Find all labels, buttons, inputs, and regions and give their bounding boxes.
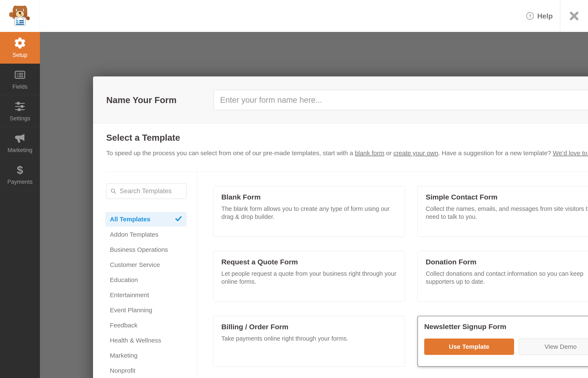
- category-all-templates[interactable]: All Templates: [105, 212, 187, 227]
- column-divider: [197, 172, 197, 378]
- sidebar-item-fields[interactable]: Fields: [0, 64, 40, 95]
- category-label: Marketing: [110, 352, 137, 359]
- setup-panel: Name Your Form Select a Template To spee…: [93, 76, 588, 378]
- category-education[interactable]: Education: [105, 272, 187, 287]
- help-question-icon: ?: [526, 12, 534, 20]
- description-text: . Have a suggestion for a new template?: [438, 149, 553, 156]
- sidebar-item-setup[interactable]: Setup: [0, 32, 40, 64]
- template-card-description: The blank form allows you to create any …: [221, 205, 397, 221]
- template-search-input[interactable]: [119, 187, 183, 195]
- sidebar-item-payments[interactable]: $Payments: [0, 159, 40, 190]
- template-card-title: Donation Form: [426, 257, 588, 266]
- select-template-description: To speed up the process you can select f…: [106, 149, 588, 157]
- sidebar-item-settings[interactable]: Settings: [0, 95, 40, 127]
- template-card-title: Newsletter Signup Form: [424, 322, 588, 331]
- template-card-blank-form[interactable]: Blank FormThe blank form allows you to c…: [213, 186, 405, 237]
- check-icon: [175, 215, 182, 223]
- template-category-list: All TemplatesAddon TemplatesBusiness Ope…: [105, 212, 187, 378]
- category-health-wellness[interactable]: Health & Wellness: [105, 333, 187, 348]
- category-label: Education: [110, 276, 138, 284]
- form-name-input[interactable]: [214, 90, 588, 110]
- description-link-create-your-own[interactable]: create your own: [393, 149, 438, 156]
- template-search-box: [106, 183, 187, 199]
- gear-icon: [14, 37, 26, 49]
- template-card-description: Let people request a quote from your bus…: [221, 270, 397, 286]
- sidebar-item-label: Setup: [13, 52, 27, 58]
- category-feedback[interactable]: Feedback: [105, 318, 187, 333]
- template-card-description: Take payments online right through your …: [221, 335, 397, 342]
- template-card-title: Simple Contact Form: [426, 193, 588, 201]
- description-link-we-d-love-to-hear-it[interactable]: We’d love to hear it: [553, 149, 588, 156]
- builder-sidebar: SetupFieldsSettingsMarketing$Payments: [0, 32, 40, 378]
- description-text: or: [384, 149, 393, 156]
- template-card-donation-form[interactable]: Donation FormCollect donations and conta…: [417, 251, 588, 302]
- megaphone-icon: [14, 132, 26, 144]
- use-template-button[interactable]: Use Template: [424, 338, 514, 355]
- category-customer-service[interactable]: Customer Service: [105, 257, 187, 272]
- description-text: To speed up the process you can select f…: [106, 149, 355, 156]
- template-card-title: Request a Quote Form: [221, 257, 397, 266]
- builder-backdrop: Name Your Form Select a Template To spee…: [40, 32, 588, 378]
- category-event-planning[interactable]: Event Planning: [105, 303, 187, 318]
- wpforms-logo: [0, 0, 40, 32]
- template-card-description: Collect donations and contact informatio…: [426, 270, 588, 286]
- template-card-buttons: Use TemplateView Demo: [424, 338, 588, 355]
- sidebar-item-label: Fields: [12, 84, 27, 90]
- category-label: Health & Wellness: [110, 337, 161, 344]
- category-label: Feedback: [110, 322, 137, 329]
- name-your-form-title: Name Your Form: [106, 76, 177, 124]
- category-label: Nonprofit: [110, 367, 135, 374]
- category-business-operations[interactable]: Business Operations: [105, 242, 187, 257]
- template-card-request-a-quote-form[interactable]: Request a Quote FormLet people request a…: [213, 251, 405, 302]
- sidebar-item-label: Settings: [10, 115, 30, 122]
- template-card-newsletter-signup-form[interactable]: Newsletter Signup FormUse TemplateView D…: [417, 316, 588, 367]
- category-label: Business Operations: [110, 246, 168, 253]
- category-nonprofit[interactable]: Nonprofit: [105, 363, 187, 378]
- wpforms-bear-logo-icon: [8, 4, 32, 28]
- help-button[interactable]: ? Help: [526, 0, 553, 32]
- close-builder-button[interactable]: [560, 0, 588, 32]
- category-addon-templates[interactable]: Addon Templates: [105, 227, 187, 242]
- template-card-simple-contact-form[interactable]: Simple Contact FormCollect the names, em…: [417, 186, 588, 237]
- sidebar-item-marketing[interactable]: Marketing: [0, 127, 40, 159]
- dollar-icon: $: [14, 164, 26, 176]
- template-card-grid: Blank FormThe blank form allows you to c…: [213, 186, 588, 378]
- category-marketing[interactable]: Marketing: [105, 348, 187, 363]
- help-label: Help: [537, 12, 553, 20]
- section-divider: [106, 172, 588, 172]
- category-label: Entertainment: [110, 292, 149, 299]
- select-template-title: Select a Template: [106, 133, 180, 143]
- sidebar-item-label: Payments: [7, 179, 33, 185]
- category-label: Addon Templates: [110, 231, 158, 238]
- category-label: Customer Service: [110, 261, 160, 268]
- sidebar-item-label: Marketing: [8, 147, 33, 153]
- description-link-blank-form[interactable]: blank form: [355, 149, 384, 156]
- category-entertainment[interactable]: Entertainment: [105, 287, 187, 303]
- category-label: All Templates: [110, 216, 150, 223]
- topbar: ? Help: [0, 0, 588, 32]
- name-your-form-section: Name Your Form: [93, 76, 588, 124]
- svg-text:?: ?: [529, 14, 532, 19]
- view-demo-button[interactable]: View Demo: [519, 338, 588, 355]
- close-icon: [569, 11, 580, 21]
- fields-icon: [14, 69, 26, 81]
- template-card-description: Collect the names, emails, and messages …: [426, 205, 588, 221]
- sliders-icon: [14, 101, 26, 112]
- category-label: Event Planning: [110, 307, 152, 314]
- template-card-billing-order-form[interactable]: Billing / Order FormTake payments online…: [213, 316, 405, 367]
- template-card-title: Billing / Order Form: [221, 322, 397, 331]
- search-icon: [110, 188, 117, 195]
- template-card-title: Blank Form: [221, 193, 397, 201]
